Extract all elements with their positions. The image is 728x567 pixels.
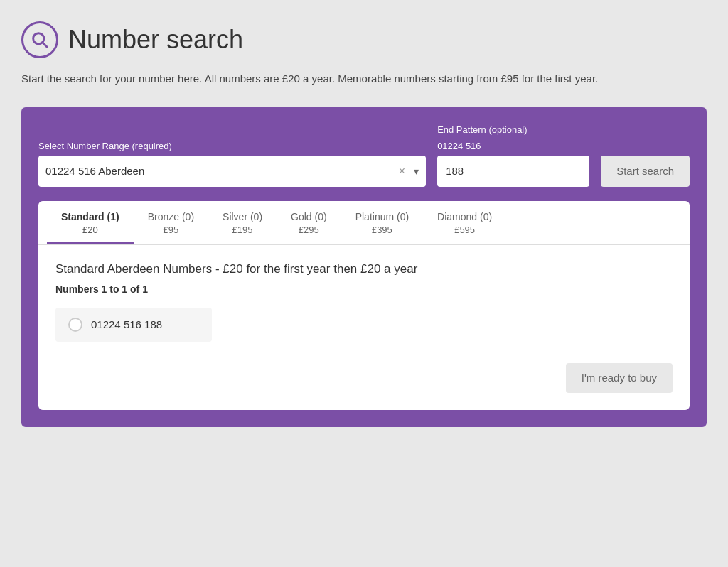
range-label: Select Number Range (required) xyxy=(38,141,426,151)
number-search-icon xyxy=(21,21,58,58)
tab-name: Gold (0) xyxy=(291,211,327,222)
pattern-field-group: End Pattern (optional) 01224 516 xyxy=(437,124,589,187)
pattern-label: End Pattern (optional) xyxy=(437,124,589,135)
range-clear-button[interactable]: × xyxy=(396,165,408,178)
tab-price: £95 xyxy=(164,225,179,235)
search-controls: Select Number Range (required) × ▾ End P… xyxy=(38,124,690,187)
tab-standard--1-[interactable]: Standard (1) £20 xyxy=(47,201,134,244)
page-description: Start the search for your number here. A… xyxy=(21,71,707,87)
range-input[interactable] xyxy=(46,165,390,177)
number-item[interactable]: 01224 516 188 xyxy=(55,308,212,342)
tab-name: Silver (0) xyxy=(223,211,262,222)
buy-row: I'm ready to buy xyxy=(55,363,673,393)
tab-silver--0-[interactable]: Silver (0) £195 xyxy=(208,201,277,244)
page-title: Number search xyxy=(68,25,243,55)
page-header: Number search xyxy=(21,21,707,58)
tab-gold--0-[interactable]: Gold (0) £295 xyxy=(277,201,341,244)
tab-name: Bronze (0) xyxy=(148,211,194,222)
start-search-button[interactable]: Start search xyxy=(601,156,690,187)
tab-name: Platinum (0) xyxy=(355,211,409,222)
results-card: Standard (1) £20 Bronze (0) £95 Silver (… xyxy=(38,201,690,410)
number-text: 01224 516 188 xyxy=(91,318,162,330)
range-input-wrapper: × ▾ xyxy=(38,156,426,187)
tab-platinum--0-[interactable]: Platinum (0) £395 xyxy=(341,201,423,244)
page-container: Number search Start the search for your … xyxy=(21,21,707,427)
range-field-group: Select Number Range (required) × ▾ xyxy=(38,141,426,187)
tab-name: Standard (1) xyxy=(61,211,119,222)
pattern-sublabel: 01224 516 xyxy=(437,141,589,151)
range-chevron-icon: ▾ xyxy=(414,166,419,177)
results-count: Numbers 1 to 1 of 1 xyxy=(55,284,673,295)
ready-to-buy-button[interactable]: I'm ready to buy xyxy=(566,363,673,393)
results-heading: Standard Aberdeen Numbers - £20 for the … xyxy=(55,262,673,276)
results-content: Standard Aberdeen Numbers - £20 for the … xyxy=(38,245,690,410)
tab-price: £195 xyxy=(232,225,253,235)
tab-bronze--0-[interactable]: Bronze (0) £95 xyxy=(134,201,208,244)
search-card: Select Number Range (required) × ▾ End P… xyxy=(21,107,707,427)
tab-name: Diamond (0) xyxy=(437,211,492,222)
radio-circle xyxy=(68,318,82,332)
svg-line-1 xyxy=(43,43,47,47)
tab-diamond--0-[interactable]: Diamond (0) £595 xyxy=(423,201,506,244)
pattern-input[interactable] xyxy=(437,156,589,187)
numbers-list: 01224 516 188 xyxy=(55,308,673,342)
tab-price: £20 xyxy=(82,225,98,235)
tab-price: £395 xyxy=(372,225,392,235)
tab-price: £595 xyxy=(454,225,475,235)
tab-price: £295 xyxy=(299,225,319,235)
tabs-row: Standard (1) £20 Bronze (0) £95 Silver (… xyxy=(38,201,690,245)
